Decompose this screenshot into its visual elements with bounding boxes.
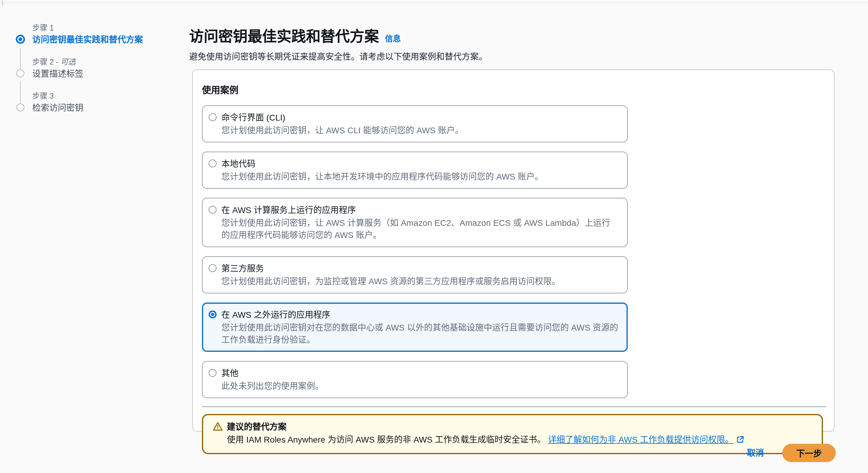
- option-label: 本地代码: [221, 158, 543, 171]
- step-1-label: 步骤 1: [32, 23, 54, 33]
- screenshot-viewport: 步骤 1 访问密钥最佳实践和替代方案 步骤 2 - 可选 设置描述标签 步骤 3…: [0, 0, 868, 473]
- option-label: 在 AWS 计算服务上运行的应用程序: [221, 204, 619, 217]
- step-3-title: 检索访问密钥: [32, 102, 83, 114]
- option-description: 此处未列出您的使用案例。: [221, 380, 323, 392]
- use-case-section-label: 使用案例: [202, 84, 825, 96]
- option-label: 命令行界面 (CLI): [221, 111, 464, 124]
- next-step-button[interactable]: 下一步: [782, 444, 836, 462]
- option-label: 其他: [221, 367, 323, 380]
- recommended-alternative-alert: 建议的替代方案 使用 IAM Roles Anywhere 为访问 AWS 服务…: [202, 414, 823, 454]
- step-2-label: 步骤 2 - 可选: [32, 57, 76, 67]
- step-connector: [20, 82, 21, 103]
- cancel-button[interactable]: 取消: [747, 444, 764, 462]
- step-2-title: 设置描述标签: [32, 68, 83, 80]
- left-edge-divider: [2, 0, 3, 5]
- option-description: 您计划使用此访问密钥，为监控或管理 AWS 资源的第三方应用程序或服务启用访问权…: [221, 275, 560, 287]
- option-description: 您计划使用此访问密钥，让 AWS CLI 能够访问您的 AWS 账户。: [221, 124, 464, 136]
- radio-unselected-icon[interactable]: [209, 369, 217, 377]
- use-case-card: 使用案例 命令行界面 (CLI) 您计划使用此访问密钥，让 AWS CLI 能够…: [192, 69, 835, 432]
- create-access-key-wizard-page: 步骤 1 访问密钥最佳实践和替代方案 步骤 2 - 可选 设置描述标签 步骤 3…: [0, 0, 868, 473]
- content-top-divider: [0, 2, 868, 3]
- use-case-option-third-party[interactable]: 第三方服务 您计划使用此访问密钥，为监控或管理 AWS 资源的第三方应用程序或服…: [202, 256, 628, 293]
- radio-unselected-icon[interactable]: [209, 264, 217, 272]
- section-divider: [202, 406, 826, 407]
- step-3-radio-icon: [17, 104, 24, 111]
- external-link-icon: [737, 433, 744, 446]
- step-2-radio-icon: [17, 69, 24, 77]
- use-case-option-cli[interactable]: 命令行界面 (CLI) 您计划使用此访问密钥，让 AWS CLI 能够访问您的 …: [202, 105, 628, 143]
- page-description: 避免使用访问密钥等长期凭证来提高安全性。请考虑以下使用案例和替代方案。: [189, 51, 834, 63]
- radio-unselected-icon[interactable]: [209, 206, 217, 214]
- learn-more-link[interactable]: 详细了解如何为非 AWS 工作负载提供访问权限。: [548, 434, 734, 444]
- step-1-title: 访问密钥最佳实践和替代方案: [32, 34, 143, 46]
- option-description: 您计划使用此访问密钥对在您的数据中心或 AWS 以外的其他基础设施中运行且需要访…: [221, 321, 619, 346]
- option-description: 您计划使用此访问密钥，让本地开发环境中的应用程序代码能够访问您的 AWS 账户。: [221, 171, 543, 183]
- option-label: 在 AWS 之外运行的应用程序: [221, 308, 619, 321]
- option-description: 您计划使用此访问密钥，让 AWS 计算服务（如 Amazon EC2、Amazo…: [221, 217, 619, 241]
- step-connector: [20, 48, 21, 69]
- step-3-label: 步骤 3: [32, 91, 54, 101]
- page-title: 访问密钥最佳实践和替代方案: [189, 28, 379, 45]
- radio-unselected-icon[interactable]: [209, 113, 217, 121]
- warning-triangle-icon: [213, 421, 223, 433]
- alert-text: 使用 IAM Roles Anywhere 为访问 AWS 服务的非 AWS 工…: [227, 433, 744, 446]
- use-case-option-local-code[interactable]: 本地代码 您计划使用此访问密钥，让本地开发环境中的应用程序代码能够访问您的 AW…: [202, 152, 628, 189]
- use-case-option-aws-compute[interactable]: 在 AWS 计算服务上运行的应用程序 您计划使用此访问密钥，让 AWS 计算服务…: [202, 198, 628, 247]
- step-1-active-radio-icon: [16, 35, 25, 44]
- page-header: 访问密钥最佳实践和替代方案信息 避免使用访问密钥等长期凭证来提高安全性。请考虑以…: [189, 27, 834, 63]
- info-link[interactable]: 信息: [385, 34, 401, 43]
- option-label: 第三方服务: [221, 262, 560, 275]
- alert-title: 建议的替代方案: [227, 420, 744, 433]
- use-case-option-other[interactable]: 其他 此处未列出您的使用案例。: [202, 361, 628, 398]
- radio-unselected-icon[interactable]: [209, 159, 217, 168]
- use-case-option-outside-aws[interactable]: 在 AWS 之外运行的应用程序 您计划使用此访问密钥对在您的数据中心或 AWS …: [202, 302, 628, 352]
- radio-selected-icon[interactable]: [209, 311, 217, 318]
